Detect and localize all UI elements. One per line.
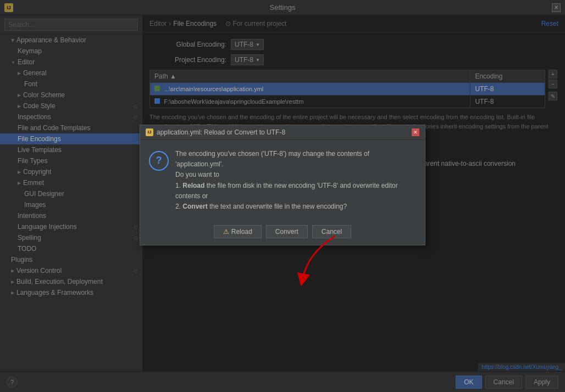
dialog-line1: The encoding you've chosen ('UTF-8') may… — [175, 149, 416, 170]
question-icon: ? — [149, 151, 169, 171]
dialog-cancel-button[interactable]: Cancel — [312, 225, 351, 238]
reload-label: Reload — [231, 228, 252, 236]
dialog: IJ application.yml: Reload or Convert to… — [140, 125, 425, 245]
dialog-footer: ⚠ Reload Convert Cancel — [140, 221, 425, 245]
dialog-title: application.yml: Reload or Convert to UT… — [157, 128, 285, 136]
dialog-close-button[interactable]: ✕ — [412, 128, 419, 136]
dialog-icon: IJ — [146, 128, 153, 136]
reload-button[interactable]: ⚠ Reload — [214, 225, 262, 238]
dialog-title-bar: IJ application.yml: Reload or Convert to… — [140, 125, 425, 140]
dialog-overlay: IJ application.yml: Reload or Convert to… — [0, 0, 565, 392]
dialog-title-bar-left: IJ application.yml: Reload or Convert to… — [146, 128, 285, 136]
dialog-text: The encoding you've chosen ('UTF-8') may… — [175, 149, 416, 212]
convert-button[interactable]: Convert — [266, 225, 308, 238]
dialog-option2: 2. Convert the text and overwrite file i… — [175, 201, 416, 212]
warning-icon: ⚠ — [223, 228, 229, 236]
dialog-line2: Do you want to — [175, 170, 416, 180]
dialog-option1: 1. Reload the file from disk in the new … — [175, 181, 416, 201]
dialog-body: ? The encoding you've chosen ('UTF-8') m… — [140, 140, 425, 221]
